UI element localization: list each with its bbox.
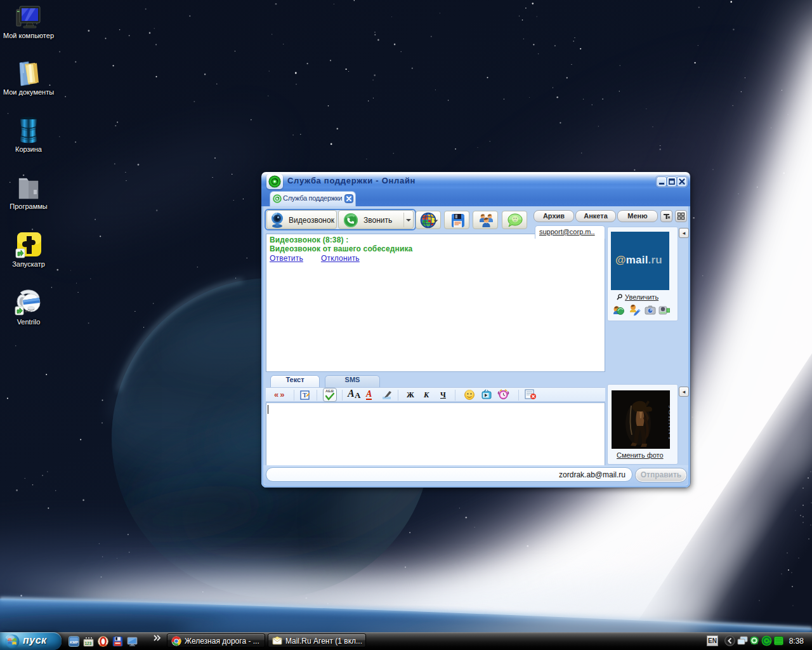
svg-text:T: T: [303, 392, 307, 399]
svg-text:123: 123: [85, 641, 92, 646]
svg-text:KMP: KMP: [70, 640, 78, 644]
svg-text:JOHNNY: JOHNNY: [667, 406, 670, 442]
